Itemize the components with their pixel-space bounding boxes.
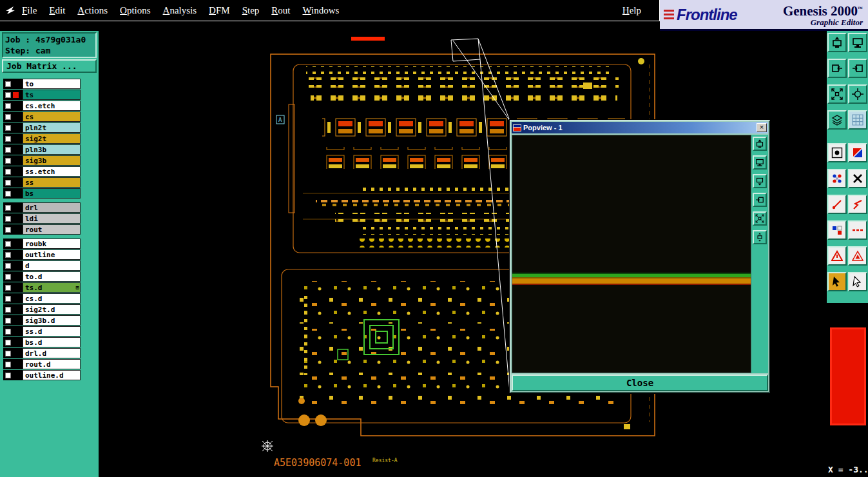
layer-checkbox[interactable]	[5, 191, 11, 197]
layer-label[interactable]: to	[23, 79, 81, 89]
toolbar-button-layers[interactable]	[827, 110, 847, 130]
layer-checkbox[interactable]	[5, 296, 11, 302]
layer-checkbox[interactable]	[5, 318, 11, 324]
layer-label[interactable]: ldi	[23, 213, 81, 224]
toolbar-button-screen-in-left[interactable]	[827, 59, 847, 78]
layer-label[interactable]: cs.etch	[23, 101, 81, 111]
layer-label[interactable]: drl.d	[23, 348, 81, 358]
layer-label[interactable]: bs	[23, 188, 81, 199]
toolbar-button-cursor-white[interactable]	[848, 272, 867, 291]
layer-label[interactable]: ss	[23, 177, 81, 188]
layer-checkbox[interactable]	[5, 373, 11, 378]
layer-row-outline[interactable]: outline	[3, 249, 81, 260]
toolbar-button-screen-up[interactable]	[827, 33, 847, 52]
menu-item-dfm[interactable]: DFM	[209, 5, 230, 16]
layer-label[interactable]: to.d	[23, 271, 81, 282]
layer-row-bs[interactable]: bs	[3, 188, 81, 199]
toolbar-button-dot-square[interactable]	[827, 143, 847, 162]
layer-row-drl[interactable]: drl	[3, 202, 81, 213]
toolbar-button-screen[interactable]	[848, 33, 867, 52]
layer-label[interactable]: ts	[23, 90, 81, 100]
layer-label[interactable]: sig3b.d	[23, 315, 81, 326]
menu-item-options[interactable]: Options	[120, 5, 151, 16]
layer-label[interactable]: cs	[23, 112, 81, 122]
layer-checkbox[interactable]	[5, 362, 11, 367]
menu-item-analysis[interactable]: Analysis	[163, 5, 197, 16]
layer-checkbox[interactable]	[5, 147, 11, 153]
toolbar-button-triangle-outline[interactable]	[848, 246, 867, 266]
popview-canvas[interactable]	[512, 135, 751, 373]
layer-row-sig3b.d[interactable]: sig3b.d	[3, 315, 81, 326]
toolbar-button-cursor-black[interactable]	[827, 272, 847, 291]
layer-label[interactable]: rout.d	[23, 359, 81, 369]
layer-row-sig3b[interactable]: sig3b	[3, 155, 81, 166]
layer-checkbox[interactable]	[5, 329, 11, 335]
layer-row-sig2t.d[interactable]: sig2t.d	[3, 304, 81, 315]
layer-label[interactable]: bs.d	[23, 337, 81, 347]
layer-row-cs.d[interactable]: cs.d	[3, 293, 81, 304]
layer-row-ss.etch[interactable]: ss.etch	[3, 166, 81, 177]
layer-row-ss.d[interactable]: ss.d	[3, 326, 81, 336]
layer-row-pln2t[interactable]: pln2t	[3, 122, 81, 133]
menu-item-rout[interactable]: Rout	[271, 5, 290, 16]
layer-checkbox[interactable]	[5, 307, 11, 313]
layer-row-ts[interactable]: ts	[3, 90, 81, 100]
popview-close-button[interactable]: Close	[512, 375, 768, 391]
toolbar-button-screen-in-right[interactable]	[848, 59, 867, 78]
layer-row-ldi[interactable]: ldi	[3, 213, 81, 224]
layer-checkbox[interactable]	[5, 340, 11, 346]
layer-checkbox[interactable]	[5, 169, 11, 175]
layer-checkbox[interactable]	[5, 263, 11, 269]
toolbar-button-cross-x[interactable]	[848, 169, 867, 188]
popview-button-screen-in-right[interactable]	[753, 193, 767, 207]
layer-label[interactable]: outline.d	[23, 370, 81, 380]
layer-row-pln3b[interactable]: pln3b	[3, 144, 81, 155]
layer-row-ss[interactable]: ss	[3, 177, 81, 188]
layer-label[interactable]: roubk	[23, 238, 81, 249]
layer-row-cs.etch[interactable]: cs.etch	[3, 101, 81, 111]
layer-checkbox[interactable]	[5, 103, 11, 109]
layer-row-d[interactable]: d	[3, 260, 81, 271]
layer-checkbox[interactable]	[5, 241, 11, 247]
layer-checkbox[interactable]	[5, 252, 11, 258]
layer-checkbox[interactable]	[5, 274, 11, 280]
menu-item-edit[interactable]: Edit	[49, 5, 65, 16]
layer-row-roubk[interactable]: roubk	[3, 238, 81, 249]
layer-label[interactable]: sig2t.d	[23, 304, 81, 315]
layer-label[interactable]: sig3b	[23, 155, 81, 166]
layer-row-cs[interactable]: cs	[3, 112, 81, 122]
toolbar-button-fit-all[interactable]	[827, 84, 847, 104]
toolbar-button-measure-flash[interactable]	[848, 195, 867, 214]
layer-label[interactable]: ts.d⊞	[23, 282, 81, 293]
layer-row-to[interactable]: to	[3, 79, 81, 89]
layer-checkbox[interactable]	[5, 351, 11, 356]
overview-highlight[interactable]	[830, 327, 866, 425]
layer-label[interactable]: pln3b	[23, 144, 81, 155]
popview-titlebar[interactable]: Popview - 1 ×	[512, 122, 768, 133]
layer-label[interactable]: pln2t	[23, 122, 81, 133]
layer-label[interactable]: rout	[23, 224, 81, 235]
layer-checkbox[interactable]	[5, 158, 11, 164]
layer-checkbox[interactable]	[5, 92, 11, 98]
layer-row-sig2t[interactable]: sig2t	[3, 133, 81, 144]
popview-button-fit-v[interactable]	[753, 230, 767, 244]
toolbar-button-net-points[interactable]	[827, 169, 847, 188]
menu-item-file[interactable]: File	[22, 5, 37, 16]
layer-row-rout[interactable]: rout	[3, 224, 81, 235]
layer-row-outline.d[interactable]: outline.d	[3, 370, 81, 380]
layer-row-rout.d[interactable]: rout.d	[3, 359, 81, 369]
job-matrix-button[interactable]: Job Matrix ...	[2, 59, 97, 73]
toolbar-button-zoom-center[interactable]	[848, 84, 867, 104]
layer-checkbox[interactable]	[5, 180, 11, 186]
layer-checkbox[interactable]	[5, 205, 11, 211]
popview-close-x[interactable]: ×	[757, 123, 767, 132]
layer-checkbox[interactable]	[5, 125, 11, 131]
layer-checkbox[interactable]	[5, 216, 11, 222]
layer-checkbox[interactable]	[5, 136, 11, 142]
layer-checkbox[interactable]	[5, 114, 11, 120]
layer-label[interactable]: d	[23, 260, 81, 271]
menu-item-help[interactable]: Help	[622, 5, 641, 16]
popview-button-screen[interactable]	[753, 155, 767, 170]
layer-label[interactable]: ss.d	[23, 326, 81, 336]
layer-label[interactable]: sig2t	[23, 133, 81, 144]
